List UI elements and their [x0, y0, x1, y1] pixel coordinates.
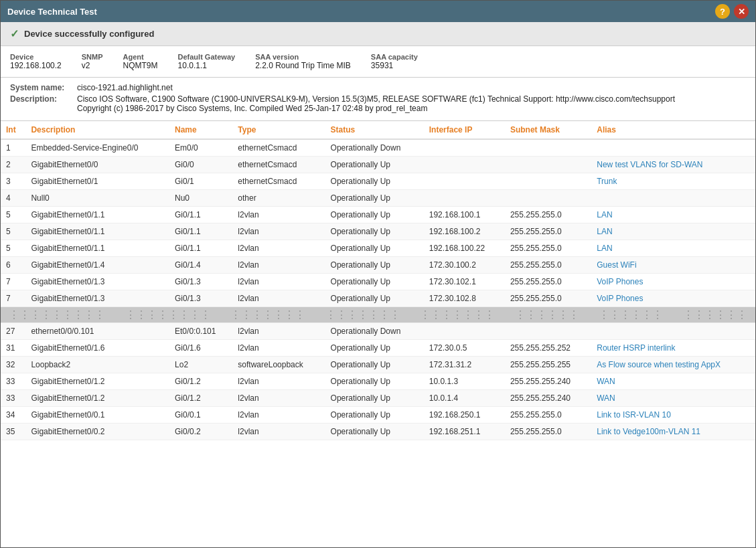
table-row[interactable]: 5 GigabitEthernet0/1.1 Gi0/1.1 l2vlan Op… [1, 223, 755, 240]
cell-alias: WAN [591, 373, 755, 390]
cell-ip: 10.0.1.3 [424, 373, 505, 390]
table-row[interactable]: 4 Null0 Nu0 other Operationally Up [1, 190, 755, 207]
cell-status: Operationally Up [325, 290, 424, 307]
cell-alias: New test VLANS for SD-WAN [591, 157, 755, 173]
table-row[interactable]: 6 GigabitEthernet0/1.4 Gi0/1.4 l2vlan Op… [1, 257, 755, 274]
cell-type: l2vlan [232, 274, 325, 290]
cell-mask [505, 173, 591, 190]
table-row[interactable]: 1 Embedded-Service-Engine0/0 Em0/0 ether… [1, 139, 755, 157]
cell-alias: Guest WiFi [591, 257, 755, 274]
cell-type: l2vlan [232, 424, 325, 440]
table-row[interactable]: 33 GigabitEthernet0/1.2 Gi0/1.2 l2vlan O… [1, 373, 755, 390]
cell-type: other [232, 190, 325, 207]
col-type: Type [232, 121, 325, 139]
cell-ip [424, 173, 505, 190]
cell-type: l2vlan [232, 207, 325, 223]
cell-alias: VoIP Phones [591, 290, 755, 307]
cell-ip [424, 139, 505, 157]
cell-int: 7 [1, 290, 25, 307]
cell-mask: 255.255.255.255 [505, 357, 591, 373]
cell-name: Gi0/0.2 [169, 424, 232, 440]
cell-ip: 192.168.100.1 [424, 207, 505, 223]
cell-name: Gi0/1.1 [169, 240, 232, 257]
device-info: Device 192.168.100.2 [10, 53, 62, 70]
cell-int: 33 [1, 373, 25, 390]
gateway-label: Default Gateway [178, 53, 236, 61]
cell-int: 6 [1, 257, 25, 274]
cell-alias: LAN [591, 240, 755, 257]
table-row[interactable]: 27 ethernet0/0/0.101 Et0/0:0.101 l2vlan … [1, 323, 755, 340]
table-row[interactable]: 34 GigabitEthernet0/0.1 Gi0/0.1 l2vlan O… [1, 407, 755, 424]
device-label: Device [10, 53, 62, 61]
table-row[interactable]: 5 GigabitEthernet0/1.1 Gi0/1.1 l2vlan Op… [1, 207, 755, 223]
cell-type: l2vlan [232, 290, 325, 307]
gateway-value: 10.0.1.1 [178, 61, 236, 70]
cell-int: 2 [1, 157, 25, 173]
cell-desc: ethernet0/0/0.101 [25, 323, 169, 340]
snmp-info: SNMP v2 [82, 53, 103, 70]
cell-alias: Link to Vedge100m-VLAN 11 [591, 424, 755, 440]
snmp-label: SNMP [82, 53, 103, 61]
cell-status: Operationally Up [325, 240, 424, 257]
cell-mask: 255.255.255.252 [505, 340, 591, 357]
table-row[interactable]: 3 GigabitEthernet0/1 Gi0/1 ethernetCsmac… [1, 173, 755, 190]
table-row[interactable]: 31 GigabitEthernet0/1.6 Gi0/1.6 l2vlan O… [1, 340, 755, 357]
saa-capacity-label: SAA capacity [371, 53, 418, 61]
table-row[interactable]: 2 GigabitEthernet0/0 Gi0/0 ethernetCsmac… [1, 157, 755, 173]
close-button[interactable]: ✕ [734, 4, 749, 19]
system-desc-value: Cisco IOS Software, C1900 Software (C190… [77, 94, 675, 113]
cell-mask [505, 139, 591, 157]
col-description: Description [25, 121, 169, 139]
saa-capacity-info: SAA capacity 35931 [371, 53, 418, 70]
agent-info: Agent NQMT9M [123, 53, 158, 70]
table-row[interactable]: 5 GigabitEthernet0/1.1 Gi0/1.1 l2vlan Op… [1, 240, 755, 257]
cell-mask: 255.255.255.0 [505, 223, 591, 240]
table-row[interactable]: 7 GigabitEthernet0/1.3 Gi0/1.3 l2vlan Op… [1, 290, 755, 307]
cell-int: 32 [1, 357, 25, 373]
cell-status: Operationally Up [325, 223, 424, 240]
gateway-info: Default Gateway 10.0.1.1 [178, 53, 236, 70]
cell-desc: Null0 [25, 190, 169, 207]
cell-int: 1 [1, 139, 25, 157]
cell-name: Et0/0:0.101 [169, 323, 232, 340]
cell-alias: LAN [591, 223, 755, 240]
table-row[interactable]: 32 Loopback2 Lo2 softwareLoopback Operat… [1, 357, 755, 373]
cell-name: Nu0 [169, 190, 232, 207]
cell-type: l2vlan [232, 373, 325, 390]
cell-int: 3 [1, 173, 25, 190]
cell-status: Operationally Up [325, 257, 424, 274]
col-interface-ip: Interface IP [424, 121, 505, 139]
table-row[interactable]: 7 GigabitEthernet0/1.3 Gi0/1.3 l2vlan Op… [1, 274, 755, 290]
table-row[interactable]: 33 GigabitEthernet0/1.2 Gi0/1.2 l2vlan O… [1, 390, 755, 407]
cell-int: 5 [1, 207, 25, 223]
cell-alias: LAN [591, 207, 755, 223]
cell-desc: GigabitEthernet0/1.1 [25, 207, 169, 223]
agent-label: Agent [123, 53, 158, 61]
system-name-row: System name: cisco-1921.ad.highlight.net [10, 83, 746, 92]
cell-ip [424, 323, 505, 340]
cell-alias: Router HSRP interlink [591, 340, 755, 357]
help-button[interactable]: ? [715, 4, 730, 19]
cell-desc: GigabitEthernet0/1 [25, 173, 169, 190]
cell-mask: 255.255.255.0 [505, 407, 591, 424]
interface-table-container[interactable]: Int Description Name Type Status Interfa… [1, 121, 755, 547]
cell-name: Gi0/1.3 [169, 274, 232, 290]
table-row[interactable]: 35 GigabitEthernet0/0.2 Gi0/0.2 l2vlan O… [1, 424, 755, 440]
cell-status: Operationally Up [325, 390, 424, 407]
cell-alias: Link to ISR-VLAN 10 [591, 407, 755, 424]
cell-alias: VoIP Phones [591, 274, 755, 290]
cell-type: l2vlan [232, 323, 325, 340]
cell-status: Operationally Up [325, 407, 424, 424]
cell-alias [591, 139, 755, 157]
cell-ip: 10.0.1.4 [424, 390, 505, 407]
col-status: Status [325, 121, 424, 139]
cell-int: 31 [1, 340, 25, 357]
interface-table: Int Description Name Type Status Interfa… [1, 121, 755, 440]
cell-ip: 192.168.251.1 [424, 424, 505, 440]
cell-status: Operationally Up [325, 157, 424, 173]
cell-mask: 255.255.255.0 [505, 257, 591, 274]
cell-type: ethernetCsmacd [232, 157, 325, 173]
cell-int: 4 [1, 190, 25, 207]
system-info: System name: cisco-1921.ad.highlight.net… [1, 78, 755, 121]
cell-type: l2vlan [232, 390, 325, 407]
